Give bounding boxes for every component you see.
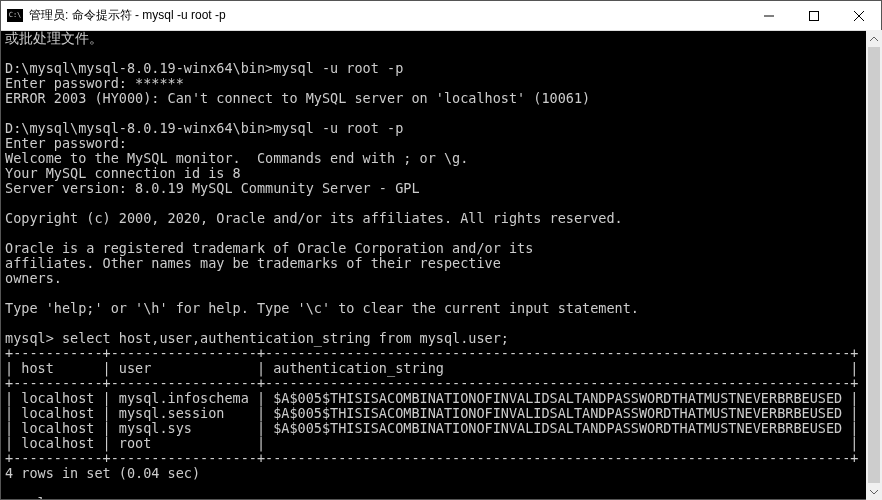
table-header: | host | user | authentication_string | xyxy=(5,360,858,376)
chevron-down-icon xyxy=(870,490,878,494)
scroll-down-button[interactable] xyxy=(866,483,882,500)
terminal-line: Enter password: xyxy=(5,135,127,151)
titlebar-left: C:\ 管理员: 命令提示符 - mysql -u root -p xyxy=(1,7,226,24)
terminal-prompt: mysql> xyxy=(5,495,54,499)
close-button[interactable] xyxy=(836,1,881,30)
terminal-line: Oracle is a registered trademark of Orac… xyxy=(5,240,533,256)
vertical-scrollbar[interactable] xyxy=(866,30,882,500)
terminal-line: mysql> select host,user,authentication_s… xyxy=(5,330,509,346)
svg-rect-1 xyxy=(809,11,818,20)
minimize-button[interactable] xyxy=(746,1,791,30)
table-row: | localhost | mysql.session | $A$005$THI… xyxy=(5,405,858,421)
scroll-up-button[interactable] xyxy=(866,30,882,47)
scrollbar-track[interactable] xyxy=(866,47,882,483)
terminal-line: Your MySQL connection id is 8 xyxy=(5,165,241,181)
maximize-icon xyxy=(809,11,819,21)
table-row: | localhost | mysql.sys | $A$005$THISISA… xyxy=(5,420,858,436)
terminal-line: Server version: 8.0.19 MySQL Community S… xyxy=(5,180,420,196)
terminal-line: Enter password: ****** xyxy=(5,75,184,91)
terminal-line: D:\mysql\mysql-8.0.19-winx64\bin>mysql -… xyxy=(5,60,403,76)
terminal-line: D:\mysql\mysql-8.0.19-winx64\bin>mysql -… xyxy=(5,120,403,136)
window-titlebar: C:\ 管理员: 命令提示符 - mysql -u root -p xyxy=(1,1,881,31)
terminal-line: ERROR 2003 (HY000): Can't connect to MyS… xyxy=(5,90,590,106)
terminal-line: Type 'help;' or '\h' for help. Type '\c'… xyxy=(5,300,639,316)
cmd-icon: C:\ xyxy=(7,9,23,22)
terminal-line: 或批处理文件。 xyxy=(5,31,103,46)
window-controls xyxy=(746,1,881,30)
scrollbar-thumb[interactable] xyxy=(868,47,880,483)
table-row: | localhost | mysql.infoschema | $A$005$… xyxy=(5,390,858,406)
table-border: +-----------+------------------+--------… xyxy=(5,375,858,391)
terminal-line: Copyright (c) 2000, 2020, Oracle and/or … xyxy=(5,210,623,226)
terminal-line: Welcome to the MySQL monitor. Commands e… xyxy=(5,150,468,166)
terminal-line: affiliates. Other names may be trademark… xyxy=(5,255,501,271)
table-row: | localhost | root | | xyxy=(5,435,858,451)
close-icon xyxy=(854,11,864,21)
minimize-icon xyxy=(764,11,774,21)
table-border: +-----------+------------------+--------… xyxy=(5,450,858,466)
chevron-up-icon xyxy=(870,37,878,41)
maximize-button[interactable] xyxy=(791,1,836,30)
terminal-line: owners. xyxy=(5,270,62,286)
terminal-line: 4 rows in set (0.04 sec) xyxy=(5,465,200,481)
window-title: 管理员: 命令提示符 - mysql -u root -p xyxy=(29,7,226,24)
terminal-output[interactable]: 或批处理文件。 D:\mysql\mysql-8.0.19-winx64\bin… xyxy=(1,31,881,499)
table-border: +-----------+------------------+--------… xyxy=(5,345,858,361)
